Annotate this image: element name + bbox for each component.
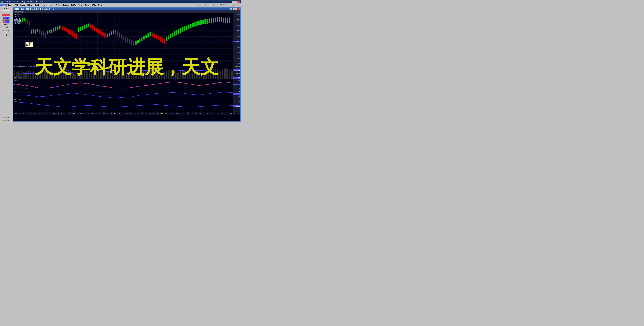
time-06c: 06 bbox=[140, 113, 144, 114]
icon-row-2: − + bbox=[2, 20, 10, 23]
rescl-button[interactable]: ReScl bbox=[1, 23, 11, 26]
grid-icon-2[interactable]: ⊟ bbox=[6, 17, 10, 19]
stoch-area: SStoch SSK= 37.01 SSD= 35.21 bbox=[13, 79, 240, 90]
studies-button[interactable]: Studies bbox=[1, 26, 11, 29]
intd-button[interactable]: <IntD> bbox=[1, 34, 11, 36]
hvol-right-axis: 50 35.71 25 bbox=[232, 101, 240, 112]
print-icon[interactable]: 🖨 bbox=[2, 10, 10, 13]
menu-trade[interactable]: Trade bbox=[84, 4, 90, 6]
menu-mscan[interactable]: MScan bbox=[26, 4, 34, 6]
save-button[interactable]: Save bbox=[208, 3, 214, 6]
ohlc-low: L= 117.45 bbox=[14, 18, 21, 20]
svg-rect-119 bbox=[113, 30, 114, 33]
menu-more[interactable]: More bbox=[97, 4, 103, 6]
svg-rect-39 bbox=[31, 30, 32, 33]
exit-button[interactable]: Exit bbox=[230, 3, 234, 6]
help-icon2[interactable]: ? bbox=[238, 3, 241, 6]
svg-rect-201 bbox=[196, 21, 198, 25]
menu-snapq[interactable]: SnapQ bbox=[47, 4, 55, 6]
ohlc-delta: Δ= +3.60 bbox=[14, 22, 21, 24]
time-labels-container: |25 02 09 16 23 30|02 06 13 21 27 03 10 … bbox=[14, 113, 240, 114]
price-chart-area[interactable]: O= 117.45 H= 121.60 L= 117.45 C= 121.05 … bbox=[13, 13, 240, 65]
menu-status[interactable]: Status bbox=[19, 4, 26, 6]
svg-rect-157 bbox=[152, 33, 153, 37]
time-03b: 03 bbox=[52, 113, 56, 114]
svg-rect-189 bbox=[184, 26, 186, 31]
menu-chart[interactable]: Chart bbox=[0, 4, 6, 6]
time-22: 22 bbox=[125, 113, 129, 114]
menu-ts[interactable]: T&S bbox=[14, 4, 19, 6]
stoch-50: 50 bbox=[233, 79, 240, 81]
chart-window-controls[interactable]: 🔍 ─ □ ✕ bbox=[230, 8, 240, 10]
vol-current: 261731 bbox=[233, 69, 240, 71]
svg-rect-213 bbox=[208, 19, 210, 23]
svg-rect-79 bbox=[72, 31, 73, 36]
chart-restore-button[interactable]: □ bbox=[235, 8, 237, 10]
menu-news[interactable]: News bbox=[77, 4, 84, 6]
menu-supsrv[interactable]: SupSrv bbox=[34, 4, 42, 6]
svg-rect-101 bbox=[94, 26, 96, 31]
menu-alert[interactable]: Alert bbox=[42, 4, 47, 6]
price-140: 140.00 bbox=[233, 19, 240, 20]
setup-button[interactable]: Setup bbox=[1, 7, 11, 10]
time-08b: 08 bbox=[164, 113, 167, 114]
time-20b: 20 bbox=[148, 113, 152, 114]
plus-icon[interactable]: + bbox=[6, 20, 10, 23]
support-button[interactable]: Support bbox=[214, 3, 222, 6]
volume-right-axis: 300000 261731 200000 36378 bbox=[232, 65, 240, 79]
menu-alcon[interactable]: AlCon bbox=[55, 4, 62, 6]
svg-rect-155 bbox=[150, 32, 150, 36]
svg-rect-37 bbox=[28, 21, 30, 25]
menu-options[interactable]: Options bbox=[62, 4, 70, 6]
window-controls[interactable]: ─ □ ✕ bbox=[232, 0, 240, 3]
stoch-label: SStoch bbox=[14, 79, 18, 81]
price-axis: 145.00 140.00 135.00 130.00 125.00 121.0… bbox=[232, 13, 240, 65]
time-02: 02 bbox=[18, 113, 22, 114]
symbol-dropdown-icon[interactable]: ▼ bbox=[23, 11, 25, 13]
svg-rect-139 bbox=[133, 41, 134, 46]
price-130: 130.00 bbox=[233, 30, 240, 31]
vol-36k: 36378 bbox=[233, 77, 240, 79]
tooltip-val1: 117.45 bbox=[26, 43, 32, 45]
dot-8 bbox=[8, 32, 9, 32]
chart-minimize-button[interactable]: ─ bbox=[232, 8, 235, 10]
grid-icon-1[interactable]: ⊞ bbox=[2, 17, 6, 19]
left-sidebar: Setup 🖨 ■ ⊞ ⊟ − + ReScl Studies <IntD> <… bbox=[0, 7, 12, 122]
window-button[interactable]: Window bbox=[222, 3, 230, 6]
dot-2 bbox=[4, 30, 5, 31]
prev-next-button[interactable]: ◄ ► bbox=[202, 3, 208, 6]
svg-rect-175 bbox=[170, 34, 171, 38]
maximize-button[interactable]: □ bbox=[235, 0, 238, 3]
ohlc-close: C= 121.05 bbox=[14, 20, 21, 22]
red-icon[interactable]: ■ bbox=[2, 13, 10, 16]
time-08c: 08 bbox=[186, 113, 190, 114]
help-icon1[interactable]: ? bbox=[235, 3, 238, 6]
svg-rect-135 bbox=[129, 39, 130, 44]
chart-close-button[interactable]: ✕ bbox=[238, 8, 240, 10]
menu-ordtkt[interactable]: OrdTkt bbox=[70, 4, 77, 6]
time-feb: Feb bbox=[94, 113, 98, 114]
rsi-50: 50 bbox=[233, 96, 240, 97]
chart-search-icon[interactable]: 🔍 bbox=[230, 8, 232, 10]
time-mar: Mar bbox=[114, 113, 118, 114]
stoch-current: 31 bbox=[233, 84, 240, 85]
svg-rect-179 bbox=[174, 31, 175, 36]
rsi-area: RSI RSI= 65.71 75 65.71 bbox=[13, 90, 240, 101]
close-button[interactable]: ✕ bbox=[238, 0, 240, 3]
chart-window-title: KCEZ20 - Coffee (ICE), Dec 20, Daily (De… bbox=[14, 8, 54, 10]
minimize-button[interactable]: ─ bbox=[232, 0, 235, 3]
svg-rect-143 bbox=[138, 40, 138, 43]
menu-quote[interactable]: Quote bbox=[7, 4, 14, 6]
time-may: May bbox=[160, 113, 164, 114]
icon-row-1: ⊞ ⊟ bbox=[2, 17, 10, 19]
time-17: 17 bbox=[236, 113, 240, 114]
minus-icon[interactable]: − bbox=[2, 20, 6, 23]
svg-rect-81 bbox=[74, 33, 75, 38]
price-current: 121.05 bbox=[233, 41, 240, 42]
time-16b: 16 bbox=[79, 113, 83, 114]
menu-rfqs[interactable]: RFQs bbox=[90, 4, 97, 6]
page-button[interactable]: Page bbox=[196, 3, 202, 6]
symbol-tag[interactable]: KCEZ20.D bbox=[14, 11, 23, 13]
list-button[interactable]: <list> bbox=[1, 37, 11, 39]
svg-rect-199 bbox=[194, 22, 196, 26]
